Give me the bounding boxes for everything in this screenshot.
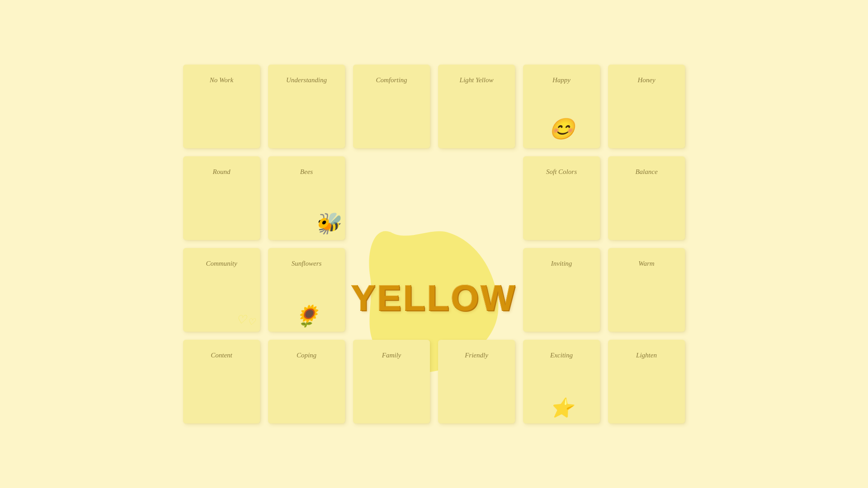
note-label-light-yellow: Light Yellow — [460, 76, 494, 84]
note-family[interactable]: Family — [353, 340, 430, 423]
note-friendly[interactable]: Friendly — [438, 340, 515, 423]
yellow-title: YELLOW — [351, 277, 517, 319]
note-label-balance: Balance — [635, 168, 657, 176]
note-label-happy: Happy — [552, 76, 571, 84]
note-exciting[interactable]: Exciting ⭐ — [523, 340, 600, 423]
note-community[interactable]: Community ♡ ♡ — [183, 248, 260, 332]
star-emoji: ⭐ — [550, 397, 573, 419]
note-label-soft-colors: Soft Colors — [546, 168, 577, 176]
note-balance[interactable]: Balance — [608, 156, 685, 240]
note-label-honey: Honey — [637, 76, 655, 84]
bee-emoji: 🐝 — [315, 211, 340, 235]
note-lighten[interactable]: Lighten — [608, 340, 685, 423]
note-label-bees: Bees — [300, 168, 313, 176]
note-warm[interactable]: Warm — [608, 248, 685, 332]
note-label-comforting: Comforting — [376, 76, 407, 84]
note-comforting[interactable]: Comforting — [353, 65, 430, 148]
note-label-sunflowers: Sunflowers — [292, 260, 322, 267]
note-label-warm: Warm — [638, 260, 654, 267]
hearts-emoji: ♡ ♡ — [236, 313, 255, 327]
note-label-exciting: Exciting — [550, 352, 573, 359]
note-bees[interactable]: Bees 🐝 — [268, 156, 345, 240]
note-understanding[interactable]: Understanding — [268, 65, 345, 148]
note-light-yellow[interactable]: Light Yellow — [438, 65, 515, 148]
note-label-content: Content — [211, 352, 232, 359]
note-label-coping: Coping — [297, 352, 316, 359]
note-label-lighten: Lighten — [636, 352, 657, 359]
note-content[interactable]: Content — [183, 340, 260, 423]
note-label-round: Round — [212, 168, 230, 176]
main-grid: No Work Understanding Comforting Light Y… — [183, 65, 685, 423]
note-honey[interactable]: Honey — [608, 65, 685, 148]
note-soft-colors[interactable]: Soft Colors — [523, 156, 600, 240]
note-label-no-work: No Work — [210, 76, 233, 84]
note-happy[interactable]: Happy 😊 — [523, 65, 600, 148]
note-label-family: Family — [382, 352, 401, 359]
note-inviting[interactable]: Inviting — [523, 248, 600, 332]
note-label-friendly: Friendly — [465, 352, 488, 359]
note-coping[interactable]: Coping — [268, 340, 345, 423]
note-label-inviting: Inviting — [551, 260, 572, 267]
note-label-community: Community — [206, 260, 237, 267]
happy-emoji: 😊 — [549, 117, 575, 141]
note-no-work[interactable]: No Work — [183, 65, 260, 148]
note-sunflowers[interactable]: Sunflowers 🌻 — [268, 248, 345, 332]
note-round[interactable]: Round — [183, 156, 260, 240]
sunflower-emoji: 🌻 — [294, 304, 320, 328]
note-label-understanding: Understanding — [286, 76, 327, 84]
